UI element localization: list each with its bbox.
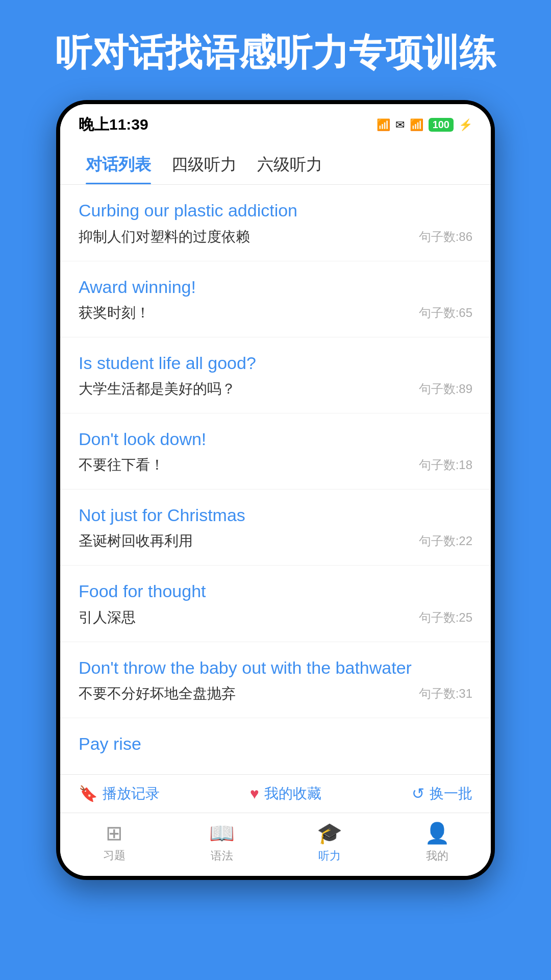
list-item[interactable]: Curbing our plastic addiction抑制人们对塑料的过度依… (60, 185, 491, 261)
tab-cet6[interactable]: 六级听力 (247, 145, 333, 184)
nav-item-grammar[interactable]: 📖语法 (181, 821, 263, 864)
item-count: 句子数:22 (419, 533, 472, 549)
item-count: 句子数:31 (419, 685, 472, 702)
history-label: 播放记录 (103, 784, 160, 803)
list-item[interactable]: Don't look down!不要往下看！句子数:18 (60, 413, 491, 489)
list-item[interactable]: Not just for Christmas圣诞树回收再利用句子数:22 (60, 489, 491, 566)
list-container: Curbing our plastic addiction抑制人们对塑料的过度依… (60, 185, 491, 774)
item-count: 句子数:89 (419, 381, 472, 397)
nav-label-grammar: 语法 (211, 848, 233, 864)
item-bottom: 不要往下看！句子数:18 (79, 455, 472, 475)
item-title: Is student life all good? (79, 352, 472, 374)
item-bottom: 获奖时刻！句子数:65 (79, 303, 472, 323)
item-title: Don't look down! (79, 428, 472, 450)
item-title: Award winning! (79, 276, 472, 298)
page-title: 听对话找语感听力专项训练 (35, 0, 516, 100)
item-count: 句子数:18 (419, 457, 472, 473)
nav-bar: ⊞习题📖语法🎓听力👤我的 (60, 813, 491, 876)
bookmark-icon: 🔖 (79, 785, 97, 802)
nav-label-profile: 我的 (426, 848, 448, 864)
list-item[interactable]: Pay rise (60, 718, 491, 774)
nav-item-listening[interactable]: 🎓听力 (289, 821, 370, 864)
item-count: 句子数:25 (419, 609, 472, 626)
item-subtitle: 获奖时刻！ (79, 303, 150, 323)
nav-icon-exercises: ⊞ (106, 821, 123, 845)
tab-dialog[interactable]: 对话列表 (76, 145, 161, 184)
wifi-icon: 📶 (410, 118, 423, 132)
item-count: 句子数:65 (419, 305, 472, 321)
item-subtitle: 不要往下看！ (79, 455, 164, 475)
phone-inner: 晚上11:39 📶 ✉ 📶 100 ⚡ 对话列表 四级听力 六级听力 Curbi… (60, 104, 491, 876)
item-title: Pay rise (79, 732, 472, 755)
list-item[interactable]: Award winning!获奖时刻！句子数:65 (60, 261, 491, 337)
nav-icon-listening: 🎓 (317, 821, 342, 845)
item-subtitle: 引人深思 (79, 608, 136, 627)
nav-label-exercises: 习题 (103, 848, 126, 863)
item-bottom: 引人深思句子数:25 (79, 608, 472, 627)
item-title: Don't throw the baby out with the bathwa… (79, 656, 472, 679)
status-bar: 晚上11:39 📶 ✉ 📶 100 ⚡ (60, 104, 491, 140)
item-bottom: 不要不分好坏地全盘抛弃句子数:31 (79, 684, 472, 703)
list-item[interactable]: Food for thought引人深思句子数:25 (60, 566, 491, 642)
item-subtitle: 大学生活都是美好的吗？ (79, 379, 236, 399)
list-item[interactable]: Don't throw the baby out with the bathwa… (60, 642, 491, 718)
nav-label-listening: 听力 (318, 848, 341, 864)
phone-frame: 晚上11:39 📶 ✉ 📶 100 ⚡ 对话列表 四级听力 六级听力 Curbi… (56, 100, 495, 880)
history-button[interactable]: 🔖 播放记录 (79, 784, 160, 803)
tab-cet4[interactable]: 四级听力 (161, 145, 247, 184)
nav-item-exercises[interactable]: ⊞习题 (73, 821, 155, 863)
list-item[interactable]: Is student life all good?大学生活都是美好的吗？句子数:… (60, 337, 491, 413)
item-title: Food for thought (79, 580, 472, 602)
battery-icon: 100 (429, 118, 454, 132)
item-title: Not just for Christmas (79, 504, 472, 526)
heart-icon: ♥ (250, 785, 259, 802)
charging-icon: ⚡ (459, 118, 472, 132)
nav-icon-grammar: 📖 (209, 821, 235, 845)
item-title: Curbing our plastic addiction (79, 199, 472, 222)
item-subtitle: 圣诞树回收再利用 (79, 531, 193, 551)
nav-item-profile[interactable]: 👤我的 (396, 821, 478, 864)
message-icon: ✉ (395, 118, 405, 132)
tab-bar: 对话列表 四级听力 六级听力 (60, 140, 491, 185)
refresh-label: 换一批 (430, 784, 472, 803)
bottom-toolbar: 🔖 播放记录 ♥ 我的收藏 ↺ 换一批 (60, 774, 491, 813)
favorites-label: 我的收藏 (264, 784, 321, 803)
item-bottom: 圣诞树回收再利用句子数:22 (79, 531, 472, 551)
item-bottom: 抑制人们对塑料的过度依赖句子数:86 (79, 227, 472, 247)
status-icons: 📶 ✉ 📶 100 ⚡ (377, 118, 472, 132)
refresh-icon: ↺ (412, 785, 424, 802)
item-subtitle: 抑制人们对塑料的过度依赖 (79, 227, 250, 247)
nav-icon-profile: 👤 (424, 821, 450, 845)
status-time: 晚上11:39 (79, 114, 148, 135)
item-bottom: 大学生活都是美好的吗？句子数:89 (79, 379, 472, 399)
favorites-button[interactable]: ♥ 我的收藏 (250, 784, 321, 803)
item-subtitle: 不要不分好坏地全盘抛弃 (79, 684, 236, 703)
bluetooth-icon: 📶 (377, 118, 390, 132)
refresh-button[interactable]: ↺ 换一批 (412, 784, 472, 803)
item-count: 句子数:86 (419, 229, 472, 245)
